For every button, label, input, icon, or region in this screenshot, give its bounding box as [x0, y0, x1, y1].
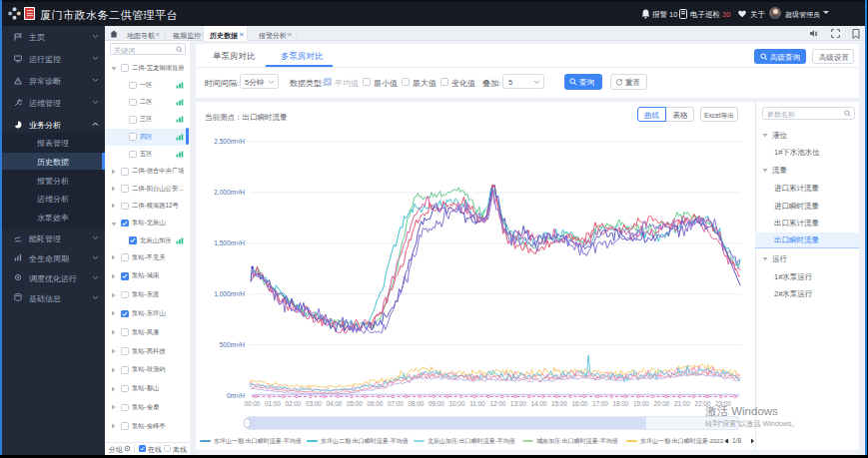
svg-text:2,500m³/H: 2,500m³/H [214, 138, 245, 145]
svg-text:21:00: 21:00 [674, 400, 690, 407]
svg-text:2,000m³/H: 2,000m³/H [214, 189, 245, 196]
svg-text:02:00: 02:00 [285, 400, 301, 407]
svg-text:15:00: 15:00 [551, 400, 567, 407]
svg-text:18:00: 18:00 [612, 400, 628, 407]
svg-text:19:00: 19:00 [633, 400, 649, 407]
svg-text:06:00: 06:00 [367, 400, 383, 407]
svg-text:09:00: 09:00 [429, 400, 444, 407]
svg-text:17:00: 17:00 [592, 400, 608, 407]
svg-text:0m³/H: 0m³/H [227, 392, 245, 399]
svg-text:1,500m³/H: 1,500m³/H [214, 239, 245, 246]
svg-text:500m³/H: 500m³/H [220, 341, 246, 348]
svg-text:16:00: 16:00 [571, 400, 587, 407]
svg-text:00:00: 00:00 [244, 400, 260, 407]
svg-text:01:00: 01:00 [265, 400, 281, 407]
svg-text:20:00: 20:00 [653, 400, 669, 407]
svg-text:08:00: 08:00 [408, 400, 424, 407]
svg-text:14:00: 14:00 [530, 400, 546, 407]
svg-text:1,000m³/H: 1,000m³/H [214, 290, 245, 297]
svg-text:13:00: 13:00 [510, 400, 526, 407]
svg-text:05:00: 05:00 [347, 400, 363, 407]
svg-text:04:00: 04:00 [326, 400, 342, 407]
svg-text:03:00: 03:00 [306, 400, 322, 407]
svg-text:10:00: 10:00 [448, 400, 464, 407]
svg-text:07:00: 07:00 [388, 400, 404, 407]
svg-text:12:00: 12:00 [489, 400, 505, 407]
svg-text:11:00: 11:00 [469, 400, 485, 407]
